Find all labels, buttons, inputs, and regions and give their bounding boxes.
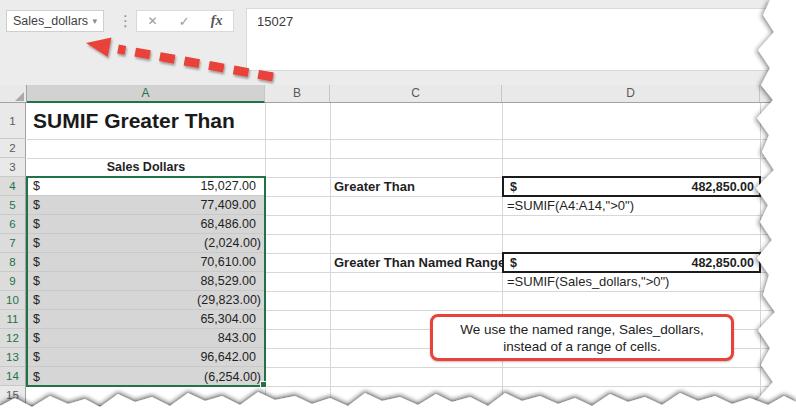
cell-c8-label[interactable]: Greater Than Named Range [334, 253, 505, 272]
cell-a11[interactable]: $65,304.00 [27, 310, 265, 329]
row-header-2[interactable]: 2 [0, 139, 26, 158]
formula-toolbar: Sales_dollars ▾ ⋮ ✕ ✓ fx 15027 [0, 0, 796, 85]
cell-a4[interactable]: $15,027.00 [27, 177, 265, 196]
callout-line2: instead of a range of cells. [503, 338, 661, 355]
row-header-8[interactable]: 8 [0, 253, 26, 272]
row-header-14[interactable]: 14 [0, 367, 26, 386]
cell-d4-result[interactable]: $ 482,850.00 [502, 176, 761, 197]
row-header-5[interactable]: 5 [0, 196, 26, 215]
formula-bar[interactable]: 15027 [246, 8, 796, 71]
name-box[interactable]: Sales_dollars ▾ [6, 10, 104, 32]
row-header-11[interactable]: 11 [0, 310, 26, 329]
cell-a12[interactable]: $843.00 [27, 329, 265, 348]
row-header-1[interactable]: 1 [0, 103, 26, 139]
formula-buttons: ✕ ✓ fx [136, 10, 234, 32]
torn-edge-bottom [0, 392, 796, 420]
row-header-7[interactable]: 7 [0, 234, 26, 253]
row-header-10[interactable]: 10 [0, 291, 26, 310]
cell-a6[interactable]: $68,486.00 [27, 215, 265, 234]
row-header-13[interactable]: 13 [0, 348, 26, 367]
column-header-c[interactable]: C [330, 85, 502, 102]
cancel-icon[interactable]: ✕ [148, 14, 158, 28]
column-headers: A B C D [0, 85, 796, 103]
cell-d5-formula[interactable]: =SUMIF(A4:A14,">0") [507, 196, 634, 215]
row-header-3[interactable]: 3 [0, 158, 26, 177]
cell-d9-formula[interactable]: =SUMIF(Sales_dollars,">0") [507, 272, 669, 291]
column-header-b[interactable]: B [265, 85, 330, 102]
row-header-6[interactable]: 6 [0, 215, 26, 234]
excel-screenshot: Sales_dollars ▾ ⋮ ✕ ✓ fx 15027 A [0, 0, 796, 420]
row-header-4[interactable]: 4 [0, 177, 26, 196]
callout-box[interactable]: We use the named range, Sales_dollars, i… [430, 314, 734, 361]
toolbar-separator-dots-icon: ⋮ [118, 13, 133, 29]
row-header-12[interactable]: 12 [0, 329, 26, 348]
cell-a10[interactable]: $(29,823.00) [27, 291, 265, 310]
cell-a7[interactable]: $(2,024.00) [27, 234, 265, 253]
column-header-a[interactable]: A [27, 85, 265, 103]
insert-function-icon[interactable]: fx [211, 13, 223, 29]
select-all-triangle-icon [15, 92, 24, 101]
cell-a5[interactable]: $77,409.00 [27, 196, 265, 215]
column-header-d[interactable]: D [502, 85, 760, 102]
cell-a3-sales-header[interactable]: Sales Dollars [27, 158, 265, 177]
row-header-15[interactable]: 15 [0, 386, 26, 405]
cell-a1-title[interactable]: SUMIF Greater Than [33, 104, 235, 138]
cell-a14[interactable]: $(6,254.00) [27, 367, 265, 386]
fill-handle[interactable] [260, 381, 267, 388]
formula-bar-value: 15027 [257, 14, 293, 29]
cell-a13[interactable]: $96,642.00 [27, 348, 265, 367]
enter-icon[interactable]: ✓ [179, 14, 190, 29]
cell-a9[interactable]: $88,529.00 [27, 272, 265, 291]
cell-a8[interactable]: $70,610.00 [27, 253, 265, 272]
sales-range: $15,027.00 $77,409.00 $68,486.00 $(2,024… [27, 177, 265, 386]
row-headers: 1 2 3 4 5 6 7 8 9 10 11 12 13 14 15 [0, 103, 27, 405]
select-all-corner[interactable] [0, 85, 27, 102]
callout-line1: We use the named range, Sales_dollars, [460, 321, 704, 338]
row-header-9[interactable]: 9 [0, 272, 26, 291]
name-box-dropdown-icon[interactable]: ▾ [92, 16, 97, 26]
name-box-value: Sales_dollars [13, 14, 88, 28]
cell-d8-result[interactable]: $ 482,850.00 [502, 252, 761, 273]
cell-c4-label[interactable]: Greater Than [334, 177, 415, 196]
